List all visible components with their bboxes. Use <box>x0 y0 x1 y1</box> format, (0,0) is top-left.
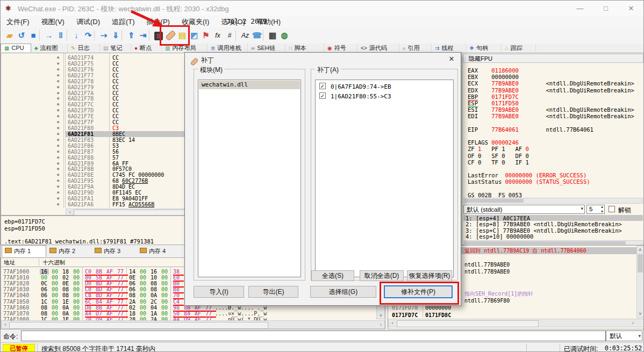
argument-row[interactable]: 1: [esp+4] A0C17EEA <box>466 215 530 221</box>
register-line[interactable]: ESP 0171FD50 <box>468 100 519 106</box>
tab-handles[interactable]: ❖句柄 <box>466 44 502 52</box>
patch-checkbox[interactable]: ✓ <box>319 92 326 99</box>
labels-icon[interactable]: ◩ <box>188 28 200 42</box>
argument-row[interactable]: 2: [esp+8] 77B9ABE0 <ntdll.DbgUiRemoteBr… <box>466 221 622 227</box>
registers-hscrollbar[interactable] <box>463 198 643 204</box>
register-line[interactable]: LastStatus 00000000 (STATUS_SUCCESS) <box>468 178 590 185</box>
memory-tab[interactable]: 内存 2 <box>47 246 91 257</box>
register-line[interactable]: ZF 1 PF 1 AF 0 <box>468 146 529 152</box>
select-group-button[interactable]: 选择组(G) <box>310 286 376 298</box>
menu-item[interactable]: 文件(F) <box>1 16 35 28</box>
tab-breakpoints[interactable]: ●断点 <box>131 44 162 52</box>
scroll-left-icon[interactable]: ‹ <box>2 321 9 328</box>
register-line[interactable]: EDI 77B9ABE0 <ntdll.DbgUiRemoteBreakin> <box>468 113 634 119</box>
select-all-button[interactable]: 全选(S) <box>311 270 354 281</box>
globe-icon[interactable]: ◍ <box>278 28 290 42</box>
tab-source[interactable]: <>源代码 <box>357 44 399 52</box>
pause-icon[interactable]: ‖ <box>55 28 67 42</box>
memory-tab[interactable]: 内存 1 <box>2 245 46 257</box>
minimize-button[interactable]: — <box>571 4 589 13</box>
hash-icon[interactable]: # <box>224 28 235 42</box>
spinner-up-icon[interactable]: ▴ <box>601 204 603 209</box>
register-line[interactable]: EBX 00000000 <box>468 74 519 80</box>
patch-checkbox[interactable]: ✓ <box>319 83 326 89</box>
restore-selection-button[interactable]: 恢复选择项(R) <box>407 270 452 281</box>
step-into-icon[interactable]: ↓ <box>70 28 82 42</box>
dump-row[interactable]: 77AF10801C001E0070D9AF7728002A0044D9AF77… <box>1 317 374 320</box>
run-icon[interactable]: → <box>43 28 55 42</box>
dump-row[interactable]: 77AF107008000A00A4D7AF7718001A005084AF77… <box>1 311 374 317</box>
functions-icon[interactable]: fx <box>212 28 224 42</box>
args-hscrollbar[interactable] <box>463 240 643 245</box>
scroll-left-icon[interactable]: ‹ <box>67 209 73 215</box>
tab-call-stack[interactable]: ≣调用堆栈 <box>207 44 248 52</box>
module-list[interactable]: wechatwin.dll <box>198 80 301 277</box>
stop-icon[interactable]: ■ <box>27 28 39 42</box>
patch-list[interactable]: ✓0|6A7F1AD9:74->EB✓1|6AD21F80:55->C3 <box>315 80 454 277</box>
deselect-all-button[interactable]: 取消全选(D) <box>360 270 404 281</box>
tab-seh[interactable]: ∞SEH链 <box>248 44 285 52</box>
argument-row[interactable]: 4: [esp+10] 00000000 <box>466 233 533 240</box>
scroll-right-icon[interactable]: › <box>377 321 384 328</box>
register-line[interactable]: EFLAGS 00000246 <box>468 139 519 146</box>
register-line[interactable]: LastError 00000000 (ERROR_SUCCESS) <box>468 172 586 178</box>
memory-tab[interactable]: 内存 4 <box>137 246 182 257</box>
restart-icon[interactable]: ↺ <box>16 28 27 42</box>
stack-vscrollbar[interactable]: ˄ ˅ <box>636 246 644 318</box>
register-line[interactable]: EBP 0171FD7C <box>468 94 519 100</box>
register-line[interactable]: EIP 77B64061 ntdll.77B64061 <box>468 126 593 133</box>
import-button[interactable]: 导入(I) <box>194 286 244 298</box>
command-profile-combo[interactable]: 默认 ▾ <box>606 331 642 341</box>
calculator-icon[interactable]: ▦ <box>267 28 278 42</box>
tab-notes[interactable]: ▤笔记 <box>100 44 131 52</box>
command-input[interactable] <box>21 331 606 341</box>
step-over-icon[interactable]: ↷ <box>82 28 94 42</box>
calls-icon[interactable]: ☎ <box>251 28 263 42</box>
stack-row[interactable]: 0171FD7C0171FD8C <box>388 312 636 319</box>
export-button[interactable]: 导出(E) <box>248 286 298 298</box>
scroll-right-icon[interactable]: › <box>629 320 636 327</box>
menu-item[interactable]: 视图(V) <box>35 16 70 28</box>
arg-count-spinner[interactable]: 5 ▴ ▾ <box>586 205 605 214</box>
argument-row[interactable]: 3: [esp+C] 77B9ABE0 <ntdll.DbgUiRemoteBr… <box>466 227 622 234</box>
scroll-down-icon[interactable]: ˅ <box>637 311 643 317</box>
tab-log[interactable]: ✎日志 <box>68 44 100 52</box>
maximize-button[interactable]: □ <box>597 4 615 13</box>
stack-hscrollbar[interactable]: ‹ › <box>388 319 644 327</box>
scroll-left-icon[interactable]: ‹ <box>389 320 396 327</box>
scroll-down-icon[interactable]: ˅ <box>377 312 384 319</box>
tab-cpu[interactable]: ▦CPU <box>1 44 31 52</box>
dialog-close-icon[interactable]: ✕ <box>446 55 457 63</box>
tab-references[interactable]: ⌕引用 <box>399 44 432 52</box>
tab-symbols[interactable]: ◉符号 <box>324 44 357 52</box>
dump-hscrollbar[interactable]: ‹ › <box>1 320 385 329</box>
stack-row[interactable]: 0171FD7800000000 <box>388 305 636 312</box>
register-line[interactable]: GS 002B FS 0053 <box>468 192 522 198</box>
bookmarks-icon[interactable]: ⚑ <box>200 28 212 42</box>
unlock-checkbox[interactable] <box>609 206 615 212</box>
scroll-up-icon[interactable]: ˄ <box>637 247 643 253</box>
spinner-down-icon[interactable]: ▾ <box>601 209 603 214</box>
register-line[interactable]: ESI 77B9ABE0 <ntdll.DbgUiRemoteBreakin> <box>468 106 634 113</box>
tab-script[interactable]: ∷脚本 <box>285 44 324 52</box>
tab-graph[interactable]: ♣流程图 <box>31 44 68 52</box>
close-button[interactable]: ✕ <box>622 4 640 13</box>
registers-panel[interactable]: 隐藏FPU EAX 01186000EBX 00000000ECX 77B9AB… <box>462 53 644 245</box>
tab-trace[interactable]: ∴跟踪 <box>502 44 536 52</box>
register-line[interactable]: CF 0 TF 0 IF 1 <box>468 159 529 166</box>
register-line[interactable]: EDX 77B9ABE0 <ntdll.DbgUiRemoteBreakin> <box>468 87 634 94</box>
patch-list-item[interactable]: ✓0|6A7F1AD9:74->EB <box>316 82 453 91</box>
memory-tab[interactable]: 内存 3 <box>92 246 137 257</box>
run-to-selection-icon[interactable]: ⇢ <box>98 28 110 42</box>
register-line[interactable]: OF 0 SF 0 DF 0 <box>468 153 529 159</box>
strings-icon[interactable]: Az <box>239 28 251 42</box>
register-line[interactable]: ECX 77B9ABE0 <ntdll.DbgUiRemoteBreakin> <box>468 80 634 87</box>
menu-item[interactable]: 调试(D) <box>70 16 106 28</box>
step-out-icon[interactable]: ⇓ <box>110 28 121 42</box>
hide-fpu-button[interactable]: 隐藏FPU <box>463 54 643 63</box>
calling-convention-combo[interactable]: 默认 (stdcall) ▾ <box>463 205 585 214</box>
tab-threads[interactable]: ⇉线程 <box>432 44 466 52</box>
module-list-item[interactable]: wechatwin.dll <box>199 81 300 89</box>
patch-list-item[interactable]: ✓1|6AD21F80:55->C3 <box>316 92 453 101</box>
register-line[interactable]: EAX 01186000 <box>468 67 519 74</box>
